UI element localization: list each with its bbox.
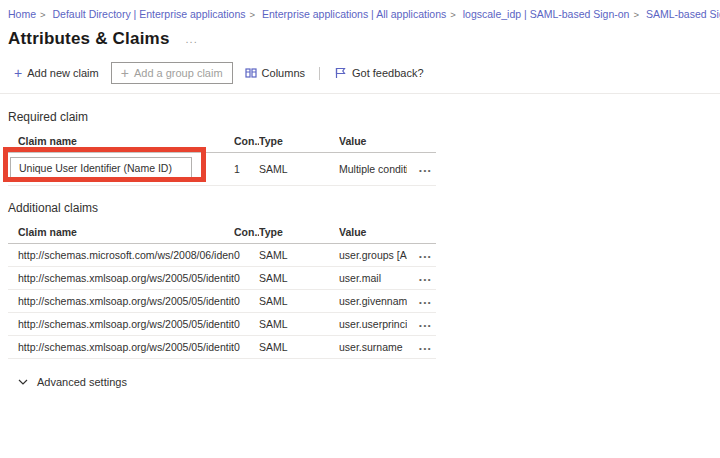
breadcrumb-link[interactable]: SAML-based Sign-on [646, 8, 720, 20]
column-header-claim-name[interactable]: Claim name [8, 135, 234, 147]
breadcrumb-item: SAML-based Sign-on> [646, 8, 720, 20]
claim-type: SAML [259, 163, 339, 175]
breadcrumb-link[interactable]: Enterprise applications | All applicatio… [262, 8, 446, 20]
toolbar-divider-line [0, 93, 720, 94]
breadcrumb-item: Home> [8, 8, 50, 20]
breadcrumb-item: logscale_idp | SAML-based Sign-on> [463, 8, 643, 20]
conditions-count: 0 [234, 295, 259, 307]
required-claim-title: Required claim [8, 110, 712, 124]
plus-icon: + [14, 68, 22, 78]
row-more-options-icon[interactable]: ••• [419, 321, 432, 330]
got-feedback-button[interactable]: Got feedback? [328, 67, 430, 79]
table-header: Claim name Con... Type Value [8, 131, 436, 153]
add-group-claim-label: Add a group claim [134, 67, 223, 79]
claim-name-text: http://schemas.xmlsoap.org/ws/2005/05/id… [8, 341, 234, 353]
table-row[interactable]: http://schemas.xmlsoap.org/ws/2005/05/id… [8, 336, 436, 359]
row-more-options-icon[interactable]: ••• [419, 275, 432, 284]
plus-icon: + [121, 68, 129, 78]
title-overflow-menu-icon[interactable]: ... [186, 33, 198, 45]
add-new-claim-button[interactable]: + Add new claim [8, 67, 105, 79]
required-claim-section: Required claim Claim name Con... Type Va… [8, 110, 712, 186]
table-row[interactable]: http://schemas.microsoft.com/ws/2008/06/… [8, 244, 436, 267]
column-header-type[interactable]: Type [259, 135, 339, 147]
breadcrumb-separator-icon: > [249, 9, 255, 20]
breadcrumb-separator-icon: > [450, 9, 456, 20]
claim-type: SAML [259, 318, 339, 330]
breadcrumb-separator-icon: > [40, 9, 46, 20]
breadcrumb-link[interactable]: logscale_idp | SAML-based Sign-on [463, 8, 630, 20]
row-more-options-icon[interactable]: ••• [419, 344, 432, 353]
column-header-value[interactable]: Value [339, 226, 407, 238]
claim-name-text: Unique User Identifier (Name ID) [19, 162, 172, 174]
conditions-count: 0 [234, 318, 259, 330]
claim-value: user.groups [Applica... [339, 249, 407, 261]
column-header-claim-name[interactable]: Claim name [8, 226, 234, 238]
claim-name-text: http://schemas.microsoft.com/ws/2008/06/… [8, 249, 234, 261]
breadcrumb-link[interactable]: Default Directory | Enterprise applicati… [53, 8, 246, 20]
additional-claims-rows: http://schemas.microsoft.com/ws/2008/06/… [8, 244, 436, 359]
claim-name-text: http://schemas.xmlsoap.org/ws/2005/05/id… [8, 295, 234, 307]
feedback-icon [334, 67, 347, 79]
table-row[interactable]: http://schemas.xmlsoap.org/ws/2005/05/id… [8, 267, 436, 290]
columns-icon [245, 67, 257, 79]
column-header-conditions[interactable]: Con... [234, 226, 259, 238]
claim-type: SAML [259, 341, 339, 353]
column-header-conditions[interactable]: Con... [234, 135, 259, 147]
conditions-count: 1 [234, 163, 259, 175]
breadcrumb-item: Enterprise applications | All applicatio… [262, 8, 460, 20]
claim-type: SAML [259, 249, 339, 261]
toolbar-divider [319, 67, 320, 80]
row-more-options-icon[interactable]: ••• [419, 166, 432, 175]
add-new-claim-label: Add new claim [27, 67, 99, 79]
add-group-claim-button[interactable]: + Add a group claim [111, 62, 233, 84]
toolbar: + Add new claim + Add a group claim Colu… [8, 62, 712, 84]
claim-type: SAML [259, 272, 339, 284]
breadcrumb-separator-icon: > [633, 9, 639, 20]
claim-value: user.mail [339, 272, 407, 284]
table-header: Claim name Con... Type Value [8, 222, 436, 244]
conditions-count: 0 [234, 272, 259, 284]
claim-value: user.userprincipalna... [339, 318, 407, 330]
column-header-value[interactable]: Value [339, 135, 407, 147]
additional-claims-title: Additional claims [8, 201, 712, 215]
breadcrumb-link[interactable]: Home [8, 8, 36, 20]
column-header-type[interactable]: Type [259, 226, 339, 238]
breadcrumb-item: Default Directory | Enterprise applicati… [53, 8, 260, 20]
columns-button[interactable]: Columns [239, 67, 311, 79]
advanced-settings-toggle[interactable]: Advanced settings [18, 376, 712, 388]
conditions-count: 0 [234, 341, 259, 353]
claim-name-cell[interactable]: Unique User Identifier (Name ID) [10, 157, 192, 179]
claim-name-text: http://schemas.xmlsoap.org/ws/2005/05/id… [8, 272, 234, 284]
advanced-settings-label: Advanced settings [37, 376, 127, 388]
claim-type: SAML [259, 295, 339, 307]
table-row[interactable]: http://schemas.xmlsoap.org/ws/2005/05/id… [8, 313, 436, 336]
additional-claims-section: Additional claims Claim name Con... Type… [8, 201, 712, 359]
additional-claims-table: Claim name Con... Type Value http://sche… [8, 222, 436, 359]
page-title: Attributes & Claims [8, 29, 170, 49]
breadcrumb: Home> Default Directory | Enterprise app… [8, 8, 712, 21]
row-more-options-icon[interactable]: ••• [419, 298, 432, 307]
required-claim-table: Claim name Con... Type Value Unique User… [8, 131, 436, 186]
got-feedback-label: Got feedback? [352, 67, 424, 79]
claim-value: user.givenname [339, 295, 407, 307]
table-row[interactable]: Unique User Identifier (Name ID) 1 SAML … [8, 153, 436, 186]
chevron-down-icon [18, 379, 28, 385]
claim-value: user.surname [339, 341, 407, 353]
columns-label: Columns [262, 67, 305, 79]
conditions-count: 0 [234, 249, 259, 261]
row-more-options-icon[interactable]: ••• [419, 252, 432, 261]
claim-value: Multiple conditions [... [339, 163, 407, 175]
claim-name-text: http://schemas.xmlsoap.org/ws/2005/05/id… [8, 318, 234, 330]
table-row[interactable]: http://schemas.xmlsoap.org/ws/2005/05/id… [8, 290, 436, 313]
